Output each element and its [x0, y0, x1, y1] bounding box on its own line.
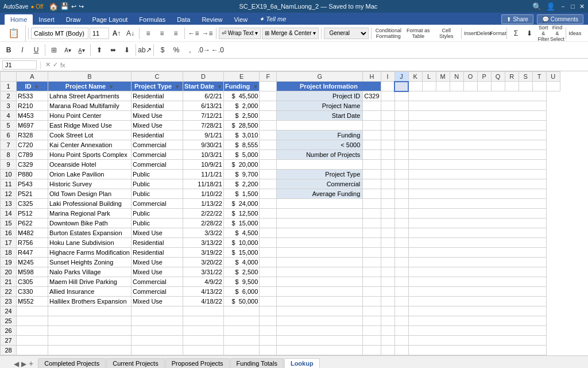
cell-rest9[interactable] — [408, 160, 546, 170]
cell-f20[interactable] — [260, 267, 277, 277]
cell-h3[interactable] — [363, 101, 381, 111]
col-header-g[interactable]: G — [277, 72, 363, 82]
cell-d6[interactable]: 9/1/21 — [183, 131, 224, 140]
tab-insert[interactable]: Insert — [33, 14, 60, 25]
cell-rest22[interactable] — [408, 287, 546, 297]
cell-a15[interactable]: P622 — [17, 218, 48, 228]
cell-s1[interactable] — [519, 82, 532, 91]
cell-d15[interactable]: 2/28/22 — [183, 218, 224, 228]
sheet-tab-completed-projects[interactable]: Completed Projects — [38, 358, 106, 368]
cell-rest7[interactable] — [408, 140, 546, 150]
tab-draw[interactable]: Draw — [60, 14, 87, 25]
col-header-e[interactable]: E — [223, 72, 259, 82]
col-header-t[interactable]: T — [532, 72, 546, 82]
fill-color-button[interactable]: A▾ — [61, 44, 74, 56]
spreadsheet[interactable]: A B C D E F G H I J K L M N O P Q — [0, 71, 588, 355]
col-header-h[interactable]: H — [363, 72, 381, 82]
cell-e4[interactable]: $ 2,500 — [223, 111, 259, 121]
col-header-o[interactable]: O — [463, 72, 477, 82]
cell-f9[interactable] — [260, 160, 277, 170]
cell-f21[interactable] — [260, 277, 277, 287]
window-maximize[interactable]: □ — [571, 3, 575, 10]
format-as-table-button[interactable]: Format as Table — [404, 27, 432, 40]
cell-h4[interactable] — [363, 111, 381, 121]
cell-f2[interactable] — [260, 91, 277, 101]
font-grow-button[interactable]: A↑ — [110, 27, 123, 40]
cell-d5[interactable]: 7/28/21 — [183, 121, 224, 131]
cell-a9[interactable]: C329 — [17, 160, 48, 170]
cell-f4[interactable] — [260, 111, 277, 121]
cell-f16[interactable] — [260, 228, 277, 238]
percent-button[interactable]: % — [170, 44, 183, 56]
italic-button[interactable]: I — [16, 44, 29, 56]
cell-c20[interactable]: Mixed Use — [131, 267, 183, 277]
col-header-a[interactable]: A — [17, 72, 48, 82]
tab-view[interactable]: View — [228, 14, 253, 25]
cell-rest21[interactable] — [408, 277, 546, 287]
ideas-button[interactable]: Ideas — [568, 27, 581, 40]
cell-a23[interactable]: M552 — [17, 297, 48, 306]
window-close[interactable]: ✕ — [579, 3, 585, 10]
cell-f17[interactable] — [260, 238, 277, 248]
cell-e3[interactable]: $ 2,000 — [223, 101, 259, 111]
cell-h7[interactable] — [363, 140, 381, 150]
fill-button[interactable]: ⬇ — [523, 27, 536, 40]
tab-page-layout[interactable]: Page Layout — [87, 14, 134, 25]
delete-button[interactable]: Delete — [478, 27, 490, 40]
cell-f23[interactable] — [260, 297, 277, 306]
cell-e2[interactable]: $ 45,500 — [223, 91, 259, 101]
cell-a16[interactable]: M482 — [17, 228, 48, 238]
cancel-formula-icon[interactable]: ✕ — [45, 61, 51, 68]
cell-i5[interactable] — [381, 121, 394, 131]
cell-g21[interactable] — [277, 277, 363, 287]
cell-i17[interactable] — [381, 238, 394, 248]
cell-b10[interactable]: Orion Lake Pavilion — [48, 170, 131, 179]
cell-e13[interactable]: $ 24,000 — [223, 199, 259, 209]
cell-c18[interactable]: Residential — [131, 248, 183, 258]
cell-c12[interactable]: Public — [131, 189, 183, 199]
col-header-f[interactable]: F — [260, 72, 277, 82]
cell-rest16[interactable] — [408, 228, 546, 238]
cell-d19[interactable]: 3/20/22 — [183, 258, 224, 267]
cell-a4[interactable]: M453 — [17, 111, 48, 121]
cell-g8[interactable]: Number of Projects — [277, 150, 363, 160]
cell-e11[interactable]: $ 2,200 — [223, 179, 259, 189]
col-header-j[interactable]: J — [394, 72, 408, 82]
cell-h8[interactable] — [363, 150, 381, 160]
cell-b6[interactable]: Cook Street Lot — [48, 131, 131, 140]
paste-button[interactable]: 📋 — [5, 26, 23, 40]
cell-d17[interactable]: 3/13/22 — [183, 238, 224, 248]
cell-e23[interactable]: $ 50,000 — [223, 297, 259, 306]
cell-a3[interactable]: R210 — [17, 101, 48, 111]
col-header-d[interactable]: D — [183, 72, 224, 82]
underline-button[interactable]: U — [30, 44, 42, 56]
cell-b18[interactable]: Highacre Farms Modification — [48, 248, 131, 258]
cell-i10[interactable] — [381, 170, 394, 179]
cell-e8[interactable]: $ 5,000 — [223, 150, 259, 160]
sheet-tab-current-projects[interactable]: Current Projects — [106, 358, 164, 368]
window-minimize[interactable]: － — [560, 2, 566, 11]
cell-rest19[interactable] — [408, 258, 546, 267]
col-header-c[interactable]: C — [131, 72, 183, 82]
cell-c14[interactable]: Public — [131, 209, 183, 218]
sheet-tab-proposed-projects[interactable]: Proposed Projects — [165, 358, 230, 368]
cell-a14[interactable]: P512 — [17, 209, 48, 218]
text-orient-button[interactable]: ab↗ — [138, 44, 151, 56]
cell-e6[interactable]: $ 3,010 — [223, 131, 259, 140]
valign-bot-button[interactable]: ⬇ — [121, 44, 133, 56]
cell-a7[interactable]: C720 — [17, 140, 48, 150]
cell-h23[interactable] — [363, 297, 381, 306]
valign-mid-button[interactable]: ⬌ — [107, 44, 119, 56]
cell-f7[interactable] — [260, 140, 277, 150]
search-icon[interactable]: 🔍 — [532, 2, 541, 11]
cell-a22[interactable]: C330 — [17, 287, 48, 297]
cell-rest13[interactable] — [408, 199, 546, 209]
cell-q1[interactable] — [491, 82, 505, 91]
col-header-k[interactable]: K — [408, 72, 422, 82]
cell-d4[interactable]: 7/12/21 — [183, 111, 224, 121]
decimal-increase-button[interactable]: .0→ — [198, 44, 210, 56]
cell-a2[interactable]: R533 — [17, 91, 48, 101]
cell-b19[interactable]: Sunset Heights Zoning — [48, 258, 131, 267]
cell-c16[interactable]: Mixed Use — [131, 228, 183, 238]
cell-a17[interactable]: R756 — [17, 238, 48, 248]
